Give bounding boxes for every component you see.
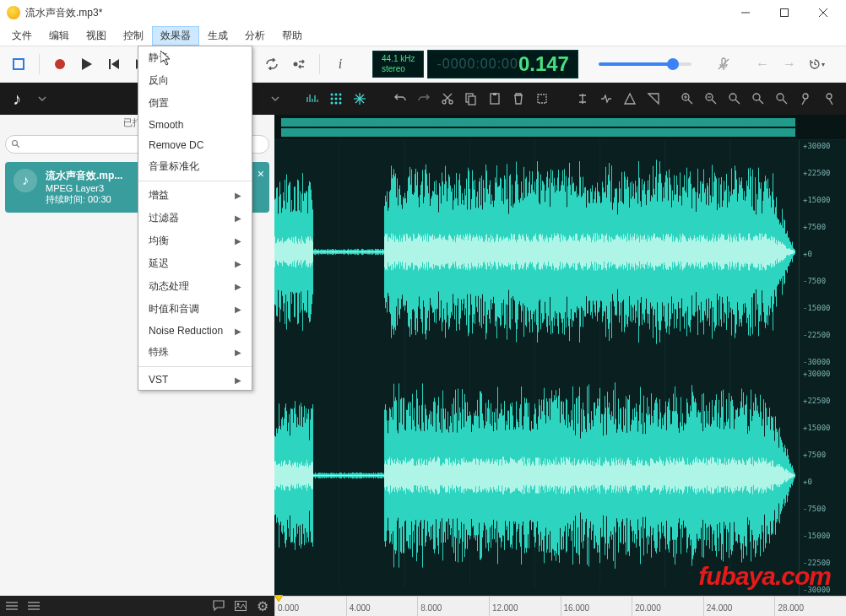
dd-item[interactable]: 特殊▶ [138,341,252,364]
zoom-out-icon[interactable] [701,89,721,109]
tool-a-icon[interactable] [795,89,816,109]
volume-thumb[interactable] [667,58,679,70]
dd-item[interactable]: 过滤器▶ [138,207,252,230]
overview-track[interactable] [274,115,846,140]
dd-item[interactable]: Remove DC [138,135,252,155]
crosshair-icon[interactable] [350,89,370,109]
volume-slider[interactable] [599,62,691,66]
menu-help[interactable]: 帮助 [274,26,311,46]
swap-button[interactable] [287,52,311,76]
settings-icon[interactable]: ⚙ [256,599,269,613]
dd-item[interactable]: 增益▶ [138,184,252,207]
list-icon[interactable] [5,599,19,613]
image-icon[interactable] [234,599,247,613]
playhead-icon[interactable] [274,595,283,603]
menu-analyze[interactable]: 分析 [236,26,274,46]
svg-point-22 [331,98,334,100]
loop-button[interactable] [260,52,284,76]
svg-point-20 [335,94,338,96]
file-name: 流水声音效.mp... [46,169,122,183]
dd-item[interactable]: 倒置 [138,92,252,115]
select-tool-icon[interactable] [596,89,616,109]
edit-toolbar: ♪ [0,83,846,115]
cut-button[interactable] [437,89,458,109]
chevron-down-icon[interactable] [32,89,52,109]
svg-point-50 [753,94,760,100]
dd-item[interactable]: 音量标准化 [138,155,252,178]
dd-item[interactable]: 均衡▶ [138,230,252,252]
chevron-down-icon-2[interactable] [265,89,285,109]
menu-file[interactable]: 文件 [3,26,41,46]
paste-button[interactable] [485,89,505,109]
menu-edit[interactable]: 编辑 [41,26,78,46]
amplitude-axis: +30000+22500+15000+7500+0-7500-15000-225… [799,140,846,596]
menu-icon[interactable] [27,599,41,613]
zoom-sel-icon[interactable] [748,89,768,109]
music-note-icon: ♪ [14,169,37,192]
dd-item[interactable]: Noise Reduction▶ [138,321,252,341]
sample-rate-display: 44.1 kHz stereo [372,51,424,78]
time-ruler[interactable]: 0.0004.0008.00012.00016.00020.00024.0002… [274,596,846,616]
redo-button[interactable] [414,89,434,109]
prev-button[interactable] [102,52,126,76]
cursor-tool-icon[interactable] [572,89,593,109]
svg-point-33 [449,100,453,104]
dd-item[interactable]: 反向 [138,69,252,92]
waveform-region[interactable]: +30000+22500+15000+7500+0-7500-15000-225… [274,115,846,596]
svg-point-52 [777,94,784,100]
mic-mute-icon[interactable] [712,52,735,76]
info-button[interactable]: i [328,52,352,76]
minimize-button[interactable] [726,0,765,25]
svg-line-53 [783,100,787,104]
svg-rect-6 [109,59,111,69]
menu-generate[interactable]: 生成 [199,26,236,46]
grid-icon[interactable] [326,89,346,109]
svg-point-12 [294,62,298,67]
delete-button[interactable] [508,89,529,109]
play-button[interactable] [75,52,99,76]
svg-point-56 [827,94,832,99]
stop-button[interactable] [7,52,30,76]
svg-line-51 [759,100,763,104]
svg-point-19 [331,94,334,96]
chat-icon[interactable] [212,599,225,613]
menu-control[interactable]: 控制 [115,26,152,46]
zoom-in-icon[interactable] [677,89,697,109]
maximize-button[interactable] [765,0,804,25]
copy-button[interactable] [461,89,481,109]
app-icon [7,6,20,19]
svg-point-21 [339,94,342,96]
dd-item[interactable]: 静音 [138,46,252,69]
record-button[interactable] [48,52,72,76]
tool-b-icon[interactable] [819,89,839,109]
titlebar: 流水声音效.mp3* [0,0,846,25]
dd-item[interactable]: 延迟▶ [138,252,252,275]
hand-tool-icon[interactable] [643,89,664,109]
dd-item[interactable]: 时值和音调▶ [138,298,252,321]
svg-rect-1 [781,9,789,17]
history-button[interactable]: ▾ [805,52,828,76]
dd-item[interactable]: VST▶ [138,370,252,390]
zoom-fit-icon[interactable] [724,89,745,109]
spectrum-icon[interactable] [302,89,323,109]
file-close-icon[interactable]: × [258,167,264,181]
svg-line-42 [688,100,692,104]
nav-back-button[interactable]: ← [751,52,774,76]
crop-button[interactable] [532,89,552,109]
close-button[interactable] [804,0,843,25]
main-toolbar: i 44.1 kHz stereo -0000:00:00 0.147 ← → … [0,46,846,83]
svg-line-57 [829,99,832,105]
undo-button[interactable] [390,89,410,109]
dd-item[interactable]: 动态处理▶ [138,275,252,298]
zoom-100-icon[interactable] [772,89,792,109]
menu-view[interactable]: 视图 [78,26,115,46]
svg-point-24 [339,98,342,100]
svg-line-55 [802,99,805,105]
svg-marker-5 [82,58,92,70]
menu-effects[interactable]: 效果器 [152,26,199,46]
svg-point-54 [803,94,808,99]
nav-fwd-button[interactable]: → [778,52,801,76]
dd-item[interactable]: Smooth [138,115,252,135]
effects-dropdown: 静音反向倒置SmoothRemove DC音量标准化增益▶过滤器▶均衡▶延迟▶动… [138,46,252,391]
envelope-tool-icon[interactable] [620,89,640,109]
